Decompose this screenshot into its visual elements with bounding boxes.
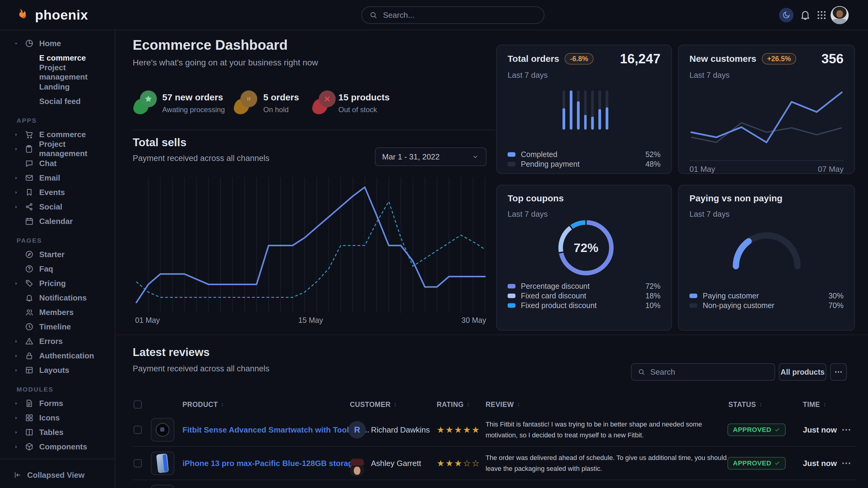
product-thumbnail[interactable] xyxy=(151,485,174,488)
sidebar-item-email[interactable]: Email xyxy=(0,171,115,185)
sidebar-item-errors[interactable]: Errors xyxy=(0,334,115,349)
reviews-more-button[interactable] xyxy=(830,363,847,381)
caret-right-icon xyxy=(14,281,25,286)
caret-right-icon xyxy=(14,204,25,209)
sidebar-item-faq[interactable]: Faq xyxy=(0,262,115,276)
caret-down-icon xyxy=(14,41,25,46)
search-icon xyxy=(369,11,378,19)
row-checkbox[interactable] xyxy=(134,459,142,467)
legend-row: Paying customer30% xyxy=(689,291,843,300)
reviews-search-input[interactable] xyxy=(650,367,769,377)
product-link[interactable]: iPhone 13 pro max-Pacific Blue-128GB sto… xyxy=(183,458,357,468)
all-products-button[interactable]: All products xyxy=(779,363,826,381)
sidebar-item-project-management[interactable]: Project management xyxy=(0,142,115,156)
sidebar-item-calendar[interactable]: Calendar xyxy=(0,214,115,228)
legend-row: Percentage discount72% xyxy=(507,281,660,291)
global-search-input[interactable] xyxy=(382,10,536,20)
caret-right-icon xyxy=(14,401,25,406)
review-row: Fitbit Sense Advanced Smartwatch with To… xyxy=(133,414,855,447)
page-subtitle: Here's what's going on at your business … xyxy=(133,58,318,67)
sidebar-item-components[interactable]: Components xyxy=(0,440,115,454)
legend-swatch xyxy=(507,162,516,166)
column-header-status[interactable]: STATUS xyxy=(728,400,763,409)
order-bar xyxy=(570,90,572,130)
row-checkbox[interactable] xyxy=(134,426,142,434)
sidebar-item-layouts[interactable]: Layouts xyxy=(0,363,115,378)
customer-avatar: R xyxy=(348,421,366,438)
order-bar xyxy=(584,90,587,130)
box-icon xyxy=(25,442,34,451)
iphone-thumb xyxy=(156,453,169,473)
sidebar-divider xyxy=(0,459,115,459)
date-range-select[interactable]: Mar 1 - 31, 2022 xyxy=(375,148,487,166)
sidebar-section-modules: MODULES xyxy=(0,383,115,396)
review-text: This Fitbit is fantastic! I was trying t… xyxy=(486,419,732,441)
sidebar-item-timeline[interactable]: Timeline xyxy=(0,320,115,334)
sidebar-item-events[interactable]: Events xyxy=(0,185,115,199)
column-header-product[interactable]: PRODUCT xyxy=(183,400,225,409)
sidebar-item-authentication[interactable]: Authentication xyxy=(0,349,115,363)
legend-row: Fixed card discount18% xyxy=(507,291,660,300)
top-navbar: phoenix xyxy=(0,0,868,30)
caret-right-icon xyxy=(14,147,25,151)
stat-on-hold: 5 orders On hold xyxy=(234,90,257,115)
column-header-customer[interactable]: CUSTOMER xyxy=(350,400,398,409)
card-title: Total orders xyxy=(507,54,559,64)
sidebar-item-pricing[interactable]: Pricing xyxy=(0,276,115,291)
row-menu-button[interactable] xyxy=(841,424,852,435)
divider xyxy=(133,130,495,130)
product-thumbnail[interactable] xyxy=(151,452,174,475)
profile-avatar[interactable] xyxy=(831,6,849,24)
select-all-checkbox[interactable] xyxy=(134,400,142,409)
column-header-review[interactable]: REVIEW xyxy=(486,400,521,409)
notifications-button[interactable] xyxy=(799,9,811,21)
sidebar: HomeE commerceProject managementLandingS… xyxy=(0,30,115,488)
clock-icon xyxy=(25,322,34,331)
collapsed-view-toggle[interactable]: Collapsed View xyxy=(13,466,85,484)
sidebar-item-notifications[interactable]: Notifications xyxy=(0,291,115,305)
sidebar-item-project-management[interactable]: Project management xyxy=(0,65,115,79)
grid-squares-icon xyxy=(25,413,34,422)
reviews-search[interactable] xyxy=(631,363,775,381)
sidebar-item-social-feed[interactable]: Social feed xyxy=(0,94,115,108)
rating-stars: ★★★☆☆ xyxy=(437,458,480,468)
brand[interactable]: phoenix xyxy=(16,0,88,30)
status-badge: APPROVED xyxy=(727,457,786,469)
card-title: Paying vs non paying xyxy=(689,193,782,203)
sort-icon xyxy=(393,401,398,408)
sidebar-item-icons[interactable]: Icons xyxy=(0,411,115,425)
grid-dots-icon xyxy=(816,10,827,21)
sidebar-item-members[interactable]: Members xyxy=(0,305,115,320)
legend-swatch xyxy=(507,294,516,298)
column-header-rating[interactable]: RATING xyxy=(437,400,470,409)
sort-icon xyxy=(220,401,225,408)
caret-right-icon xyxy=(14,190,25,195)
bell-icon xyxy=(799,9,811,21)
product-thumbnail[interactable] xyxy=(151,418,174,442)
sidebar-item-social[interactable]: Social xyxy=(0,199,115,214)
order-bar xyxy=(577,90,580,130)
sidebar-item-chat[interactable]: Chat xyxy=(0,156,115,171)
review-time: Just now xyxy=(803,458,837,468)
sidebar-item-tables[interactable]: Tables xyxy=(0,425,115,440)
row-menu-button[interactable] xyxy=(841,458,852,469)
sidebar-item-home[interactable]: Home xyxy=(0,36,115,51)
column-header-time[interactable]: TIME xyxy=(803,400,827,409)
apps-menu-button[interactable] xyxy=(816,10,827,21)
chat-icon xyxy=(25,159,34,168)
sidebar-item-landing[interactable]: Landing xyxy=(0,79,115,94)
caret-right-icon xyxy=(14,353,25,358)
orders-bar-chart xyxy=(562,90,608,130)
sidebar-item-starter[interactable]: Starter xyxy=(0,247,115,262)
sidebar-item-forms[interactable]: Forms xyxy=(0,396,115,411)
caret-spacer xyxy=(14,295,25,300)
smartwatch-thumb xyxy=(156,423,169,437)
theme-toggle-button[interactable] xyxy=(779,8,794,22)
total-sells-x-axis: 01 May 15 May 30 May xyxy=(135,316,486,325)
order-bar xyxy=(591,90,594,130)
caret-spacer xyxy=(14,266,25,271)
product-link[interactable]: Fitbit Sense Advanced Smartwatch with To… xyxy=(183,425,369,435)
new-customers-value: 356 xyxy=(822,51,843,66)
global-search[interactable] xyxy=(361,6,545,24)
clipboard-icon xyxy=(25,144,33,154)
